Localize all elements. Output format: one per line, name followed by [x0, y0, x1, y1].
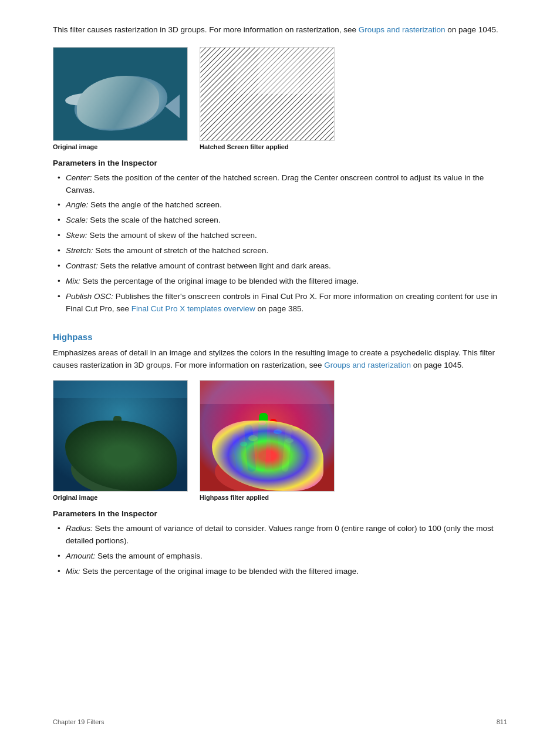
param-contrast: Contrast: Sets the relative amount of co…: [53, 260, 507, 273]
hatched-lines-svg: [200, 48, 334, 140]
param-stretch: Stretch: Sets the amount of stretch of t…: [53, 245, 507, 257]
hp-param-amount: Amount: Sets the amount of emphasis.: [53, 550, 507, 563]
footer-chapter: Chapter 19 Filters: [53, 718, 104, 725]
svg-rect-12: [235, 59, 299, 93]
svg-point-36: [259, 421, 266, 425]
param-skew: Skew: Sets the amount of skew of the hat…: [53, 230, 507, 242]
svg-point-35: [274, 429, 282, 434]
original-image-block: Original image: [53, 47, 188, 150]
hatched-image-caption: Hatched Screen filter applied: [200, 143, 335, 150]
highpass-svg: [200, 381, 335, 492]
svg-rect-40: [200, 381, 335, 404]
footer-page-number: 811: [497, 718, 507, 725]
svg-rect-16: [111, 416, 122, 469]
svg-point-14: [71, 442, 171, 492]
svg-point-25: [144, 429, 150, 432]
highpass-filtered-caption: Highpass filter applied: [200, 494, 335, 501]
coral-svg: [53, 381, 188, 492]
hatched-image-block: Hatched Screen filter applied: [200, 47, 335, 150]
svg-marker-5: [121, 77, 141, 98]
param-publish-osc: Publish OSC: Publishes the filter's onsc…: [53, 291, 507, 315]
hp-param-radius: Radius: Sets the amount of variance of d…: [53, 523, 507, 547]
svg-point-22: [112, 423, 118, 426]
svg-rect-15: [99, 428, 109, 469]
highpass-params-heading: Parameters in the Inspector: [53, 509, 507, 518]
hatched-images-row: Original image Hatched Screen filter app…: [53, 47, 507, 150]
page-footer: Chapter 19 Filters 811: [0, 718, 560, 725]
hatched-params-list: Center: Sets the position of the center …: [53, 172, 507, 315]
svg-point-20: [102, 437, 110, 442]
svg-point-38: [240, 442, 247, 446]
highpass-filtered-block: Highpass filter applied: [200, 380, 335, 501]
dolphin-svg: [53, 48, 188, 141]
svg-rect-18: [134, 431, 143, 469]
svg-point-7: [88, 83, 137, 106]
param-angle: Angle: Sets the angle of the hatched scr…: [53, 199, 507, 211]
svg-point-34: [248, 435, 258, 441]
highpass-desc: Emphasizes areas of detail in an image a…: [53, 347, 507, 372]
svg-point-28: [215, 448, 321, 492]
svg-rect-29: [244, 425, 257, 472]
param-scale: Scale: Sets the scale of the hatched scr…: [53, 214, 507, 227]
svg-point-39: [292, 427, 299, 431]
hatched-screen-image: [200, 47, 335, 141]
highpass-heading: Highpass: [53, 332, 507, 342]
svg-point-37: [285, 438, 294, 443]
highpass-params-list: Radius: Sets the amount of variance of d…: [53, 523, 507, 578]
coral-original-caption: Original image: [53, 494, 188, 501]
coral-original-image: [53, 380, 188, 492]
svg-rect-19: [86, 436, 97, 469]
svg-rect-17: [123, 422, 132, 469]
highpass-filtered-image: [200, 380, 335, 492]
original-image-caption: Original image: [53, 143, 188, 150]
hp-param-mix: Mix: Sets the percentage of the original…: [53, 566, 507, 578]
svg-point-4: [95, 93, 96, 95]
svg-point-24: [95, 443, 100, 447]
dolphin-image: [53, 47, 188, 141]
svg-point-21: [126, 432, 133, 436]
svg-rect-26: [53, 381, 188, 398]
coral-original-block: Original image: [53, 380, 188, 501]
intro-paragraph: This filter causes rasterization in 3D g…: [53, 23, 507, 36]
highpass-images-row: Original image: [53, 380, 507, 501]
svg-point-3: [92, 92, 97, 97]
hatched-params-heading: Parameters in the Inspector: [53, 159, 507, 167]
svg-rect-32: [282, 428, 292, 472]
param-mix: Mix: Sets the percentage of the original…: [53, 275, 507, 288]
groups-rasterization-link[interactable]: Groups and rasterization: [359, 25, 446, 34]
svg-rect-31: [269, 419, 280, 472]
final-cut-link[interactable]: Final Cut Pro X templates overview: [131, 304, 255, 313]
highpass-groups-rasterization-link[interactable]: Groups and rasterization: [324, 361, 411, 369]
svg-rect-0: [53, 48, 188, 141]
param-center: Center: Sets the position of the center …: [53, 172, 507, 197]
svg-rect-33: [232, 433, 244, 472]
svg-point-23: [138, 441, 145, 445]
svg-rect-30: [256, 413, 268, 472]
